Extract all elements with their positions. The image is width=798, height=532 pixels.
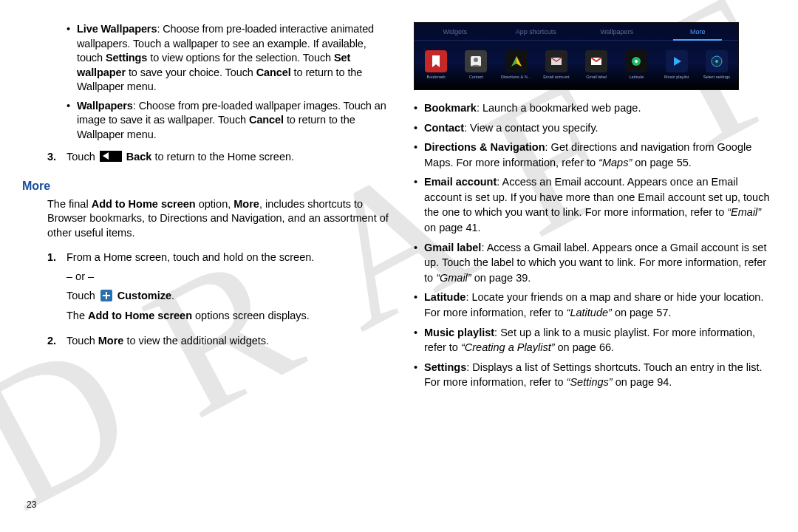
svg-marker-8 (674, 57, 681, 66)
more-steps: 1.From a Home screen, touch and hold on … (22, 248, 392, 349)
page-columns: Live Wallpapers: Choose from pre-loaded … (0, 0, 798, 395)
screenshot-app-label: Gmail label (586, 75, 607, 80)
settings-icon (706, 50, 728, 72)
screenshot-app-cell: Directions & N… (499, 50, 534, 80)
more-heading: More (22, 180, 392, 193)
screenshot-tab: More (658, 23, 739, 40)
screenshot-tab: Wallpapers (576, 23, 658, 40)
step-line: From a Home screen, touch and hold on th… (66, 248, 392, 267)
screenshot-app-cell: Music playlist (659, 50, 695, 80)
screenshot-app-label: Directions & N… (501, 75, 531, 80)
wallpaper-bullet: Wallpapers: Choose from pre-loaded wallp… (66, 99, 392, 143)
feature-item: Email account: Access an Email account. … (414, 174, 776, 235)
screenshot-app-label: Select settings (703, 75, 730, 80)
email-icon (545, 50, 567, 72)
wallpaper-bullet: Live Wallpapers: Choose from pre-loaded … (66, 22, 392, 95)
screenshot-tab: Widgets (415, 23, 496, 40)
screenshot-app-label: Bookmark (427, 75, 446, 80)
svg-marker-3 (516, 56, 522, 66)
step-3-text: Touch Back to return to the Home screen. (66, 151, 294, 163)
svg-point-7 (635, 60, 638, 63)
screenshot-app-cell: Contact (458, 50, 494, 80)
feature-item: Bookmark: Launch a bookmarked web page. (414, 100, 776, 116)
screenshot-app-label: Contact (469, 75, 483, 80)
add-to-home-screenshot: WidgetsApp shortcutsWallpapersMore Bookm… (414, 22, 739, 90)
page-number: 23 (27, 499, 36, 510)
feature-item: Contact: View a contact you specify. (414, 120, 776, 136)
lat-icon (625, 50, 647, 72)
svg-point-1 (474, 58, 478, 62)
contact-icon (465, 50, 487, 72)
screenshot-app-cell: Latitude (618, 50, 654, 80)
plus-icon (100, 290, 112, 301)
feature-item: Music playlist: Set up a link to a music… (414, 325, 776, 355)
dir-icon (505, 50, 528, 72)
screenshot-app-label: Music playlist (664, 75, 689, 80)
screenshot-app-label: Email account (543, 75, 569, 80)
more-intro: The final Add to Home screen option, Mor… (22, 197, 392, 241)
right-column: WidgetsApp shortcutsWallpapersMore Bookm… (406, 22, 776, 395)
step-line: The Add to Home screen options screen di… (66, 306, 392, 325)
screenshot-app-label: Latitude (629, 75, 644, 80)
screenshot-tab: App shortcuts (496, 23, 577, 40)
back-icon (100, 151, 122, 162)
bookmark-icon (425, 50, 447, 72)
screenshot-app-cell: Gmail label (579, 50, 614, 80)
feature-item: Directions & Navigation: Get directions … (414, 140, 776, 170)
step-3: 3. Touch Back to return to the Home scre… (47, 147, 392, 166)
screenshot-tabs: WidgetsApp shortcutsWallpapersMore (415, 23, 738, 41)
screenshot-icon-row: BookmarkContactDirections & N…Email acco… (415, 41, 738, 88)
step-line: Touch More to view the additional widget… (66, 331, 392, 350)
feature-list: Bookmark: Launch a bookmarked web page.C… (406, 100, 776, 390)
step-number: 2. (47, 331, 56, 350)
step-line: Touch Customize. (66, 286, 392, 305)
step-line: – or – (66, 267, 392, 286)
feature-item: Latitude: Locate your friends on a map a… (414, 290, 776, 320)
music-icon (666, 50, 688, 72)
step: 2.Touch More to view the additional widg… (47, 331, 392, 350)
step-number: 3. (47, 147, 56, 166)
screenshot-app-cell: Email account (539, 50, 574, 80)
svg-point-10 (715, 60, 718, 63)
screenshot-app-cell: Bookmark (418, 50, 454, 80)
screenshot-app-cell: Select settings (699, 50, 734, 80)
feature-item: Settings: Displays a list of Settings sh… (414, 360, 776, 390)
step: 1.From a Home screen, touch and hold on … (47, 248, 392, 324)
feature-item: Gmail label: Access a Gmail label. Appea… (414, 240, 776, 286)
gmail-icon (585, 50, 607, 72)
wallpaper-bullets: Live Wallpapers: Choose from pre-loaded … (22, 22, 392, 143)
left-column: Live Wallpapers: Choose from pre-loaded … (22, 22, 392, 395)
step-number: 1. (47, 248, 56, 267)
